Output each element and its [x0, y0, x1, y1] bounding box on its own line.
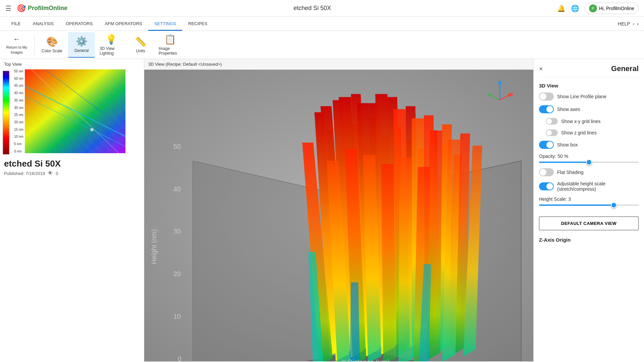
- help-label[interactable]: HELP: [618, 21, 630, 26]
- xy-grid-label: Show x-y grid lines: [561, 119, 601, 124]
- toolbar-divider: [34, 35, 35, 55]
- z-grid-label: Show z grid lines: [561, 130, 597, 135]
- menu-afm-operators[interactable]: AFM OPERATORS: [99, 17, 148, 31]
- line-profile-label: Show Line Profile plane: [557, 94, 606, 99]
- cs-label-0: 55 nm: [14, 69, 23, 73]
- setting-row-flat-shading: Flat Shading: [539, 168, 639, 176]
- height-scale-slider-container: [539, 204, 639, 206]
- setting-row-line-profile: Show Line Profile plane: [539, 93, 639, 101]
- opacity-label: Opacity: 50 %: [539, 154, 639, 159]
- cs-label-6: 25 nm: [14, 113, 23, 117]
- help-nav: HELP ‹ ›: [618, 21, 639, 26]
- svg-line-74: [490, 95, 500, 100]
- lighting-label: 3D View Lighting: [100, 46, 122, 56]
- image-info: etched Si 50X Published: 7/16/2019 👁 0: [0, 155, 144, 179]
- nav-right: 🔔 🌐 P Hi, ProfilmOnline: [557, 3, 639, 14]
- height-scale-thumb[interactable]: [611, 202, 617, 208]
- axes-widget: Z X: [486, 80, 513, 107]
- view-header: 3D View (Recipe: Default <Unsaved>): [144, 59, 533, 70]
- logo-icon: 🎯: [17, 4, 26, 13]
- menu-recipes[interactable]: RECIPES: [182, 17, 213, 31]
- 3d-chart: 0 100 200 300 Y-Distance (μm) 0 100 200 …: [144, 70, 533, 361]
- user-label: Hi, ProfilmOnline: [599, 6, 634, 11]
- height-scale-fill: [539, 204, 614, 206]
- general-icon: ⚙️: [76, 36, 88, 47]
- svg-text:0: 0: [178, 355, 181, 361]
- setting-row-z-grid: Show z grid lines: [546, 129, 639, 136]
- z-axis-origin-label: Z-Axis Origin: [539, 237, 639, 243]
- toolbar: ← Return to My Images 🎨 Color Scale ⚙️ G…: [0, 31, 644, 59]
- svg-text:50: 50: [173, 143, 181, 150]
- return-label: Return to My Images: [5, 45, 28, 55]
- svg-marker-50: [398, 158, 412, 361]
- image-properties-label: Image Properties: [159, 46, 181, 56]
- toggle-z-grid[interactable]: [546, 129, 558, 136]
- globe-icon[interactable]: 🌐: [571, 4, 579, 12]
- axes-label: Show axes: [557, 107, 580, 112]
- flat-shading-label: Flat Shading: [557, 170, 584, 175]
- top-view-image: [25, 69, 125, 153]
- image-properties-icon: 📋: [164, 34, 176, 45]
- menu-operators[interactable]: OPERATORS: [60, 17, 99, 31]
- hamburger-icon[interactable]: ☰: [5, 4, 11, 12]
- toolbar-units[interactable]: 📏 Units: [127, 32, 154, 58]
- units-icon: 📏: [135, 36, 147, 47]
- toggle-adj-height[interactable]: [539, 182, 554, 190]
- return-button[interactable]: ← Return to My Images: [3, 32, 30, 58]
- menu-analysis[interactable]: ANALYSIS: [26, 17, 60, 31]
- nav-back-icon[interactable]: ‹: [633, 21, 635, 26]
- axes-svg: Z X: [486, 80, 513, 107]
- top-navbar: ☰ 🎯 ProfilmOnline etched Si 50X 🔔 🌐 P Hi…: [0, 0, 644, 17]
- lighting-icon: 💡: [105, 34, 117, 45]
- cs-label-5: 30 nm: [14, 106, 23, 110]
- color-scale-bar: [3, 71, 13, 155]
- user-button[interactable]: P Hi, ProfilmOnline: [585, 3, 639, 14]
- cs-label-9: 10 nm: [14, 135, 23, 138]
- svg-line-73: [500, 95, 510, 100]
- opacity-slider-container: [539, 162, 639, 163]
- cs-label-10: 5 nm: [14, 142, 23, 146]
- cs-label-1: 50 nm: [14, 77, 23, 80]
- svg-text:30: 30: [173, 228, 181, 235]
- color-scale-label: Color Scale: [42, 49, 62, 53]
- right-panel: × General 3D View Show Line Profile plan…: [533, 59, 644, 362]
- image-title: etched Si 50X: [4, 159, 140, 169]
- default-camera-button[interactable]: DEFAULT CAMERA VIEW: [539, 217, 639, 230]
- left-panel: Top View 55 nm 50 nm 45 nm 40 nm 35 nm 3…: [0, 59, 144, 362]
- setting-row-show-box: Show box: [539, 141, 639, 149]
- panel-header: × General: [539, 64, 639, 77]
- toolbar-image-properties[interactable]: 📋 Image Properties: [157, 32, 183, 58]
- toggle-flat-shading[interactable]: [539, 168, 554, 176]
- avatar: P: [589, 4, 597, 12]
- toggle-xy-grid[interactable]: [546, 118, 558, 125]
- menu-settings[interactable]: SETTINGS: [148, 17, 182, 31]
- opacity-fill: [539, 162, 589, 163]
- section-3d-view: 3D View: [539, 83, 639, 88]
- svg-text:20: 20: [173, 270, 181, 278]
- cs-label-3: 40 nm: [14, 91, 23, 95]
- main-content: Top View 55 nm 50 nm 45 nm 40 nm 35 nm 3…: [0, 59, 644, 362]
- toolbar-color-scale[interactable]: 🎨 Color Scale: [39, 32, 65, 58]
- view-count: 0: [56, 171, 58, 176]
- top-view-label: Top View: [0, 59, 144, 69]
- menu-file[interactable]: FILE: [5, 17, 26, 31]
- opacity-slider[interactable]: [539, 162, 639, 163]
- toggle-line-profile[interactable]: [539, 93, 554, 101]
- toggle-axes[interactable]: [539, 105, 554, 113]
- height-scale-slider[interactable]: [539, 204, 639, 206]
- cs-label-8: 15 nm: [14, 128, 23, 131]
- eye-icon: 👁: [48, 170, 53, 176]
- opacity-thumb[interactable]: [586, 159, 592, 165]
- nav-forward-icon[interactable]: ›: [637, 21, 639, 26]
- toolbar-general[interactable]: ⚙️ General: [68, 32, 95, 58]
- cs-label-4: 35 nm: [14, 99, 23, 102]
- close-button[interactable]: ×: [539, 65, 543, 72]
- 3d-view[interactable]: 0 100 200 300 Y-Distance (μm) 0 100 200 …: [144, 70, 533, 361]
- logo-text: ProfilmOnline: [28, 5, 67, 12]
- toggle-show-box[interactable]: [539, 141, 554, 149]
- image-area: 55 nm 50 nm 45 nm 40 nm 35 nm 30 nm 25 n…: [0, 69, 144, 155]
- svg-text:10: 10: [173, 313, 181, 320]
- bell-icon[interactable]: 🔔: [557, 4, 566, 12]
- toolbar-3d-lighting[interactable]: 💡 3D View Lighting: [98, 32, 124, 58]
- menu-bar: FILE ANALYSIS OPERATORS AFM OPERATORS SE…: [0, 17, 644, 31]
